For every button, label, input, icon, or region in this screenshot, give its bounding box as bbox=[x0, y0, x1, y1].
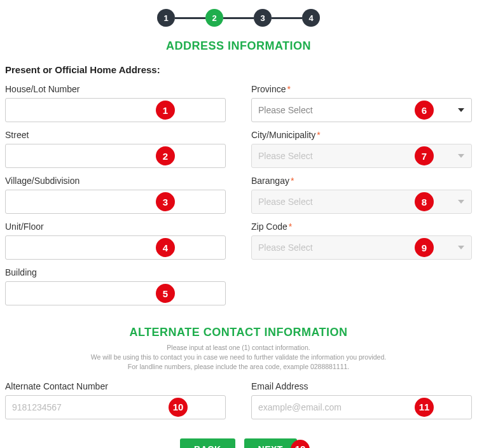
street-input[interactable] bbox=[5, 144, 226, 168]
village-label: Village/Subdivision bbox=[5, 176, 226, 186]
section-title-alternate: ALTERNATE CONTACT INFORMATION bbox=[5, 326, 472, 339]
section-title-address: ADDRESS INFORMATION bbox=[5, 39, 472, 53]
zip-select[interactable]: Please Select bbox=[251, 235, 472, 260]
step-connector bbox=[223, 17, 254, 19]
step-3: 3 bbox=[254, 9, 272, 27]
building-input[interactable] bbox=[5, 281, 226, 305]
barangay-select[interactable]: Please Select bbox=[251, 190, 472, 214]
back-button[interactable]: BACK bbox=[180, 438, 235, 448]
progress-stepper: 1 2 3 4 bbox=[5, 9, 472, 27]
step-connector bbox=[272, 17, 302, 19]
alt-phone-input[interactable] bbox=[5, 395, 226, 419]
house-input[interactable] bbox=[5, 98, 226, 122]
city-label: City/Municipality* bbox=[251, 130, 472, 140]
alt-email-input[interactable] bbox=[251, 395, 472, 419]
alt-email-label: Email Address bbox=[251, 381, 472, 391]
village-input[interactable] bbox=[5, 190, 226, 214]
alt-phone-label: Alternate Contact Number bbox=[5, 381, 226, 391]
barangay-label: Barangay* bbox=[251, 176, 472, 186]
step-1: 1 bbox=[157, 9, 175, 27]
alternate-note: Please input at least one (1) contact in… bbox=[5, 343, 472, 372]
province-select[interactable]: Please Select bbox=[251, 98, 472, 122]
step-4: 4 bbox=[302, 9, 320, 27]
city-select[interactable]: Please Select bbox=[251, 144, 472, 168]
unit-input[interactable] bbox=[5, 235, 226, 260]
zip-label: Zip Code* bbox=[251, 221, 472, 232]
step-connector bbox=[175, 17, 205, 19]
step-2: 2 bbox=[205, 9, 223, 27]
house-label: House/Lot Number bbox=[5, 84, 226, 94]
province-label: Province* bbox=[251, 84, 472, 94]
address-heading: Present or Official Home Address: bbox=[5, 64, 472, 75]
next-button[interactable]: NEXT bbox=[244, 438, 297, 448]
unit-label: Unit/Floor bbox=[5, 221, 226, 232]
building-label: Building bbox=[5, 267, 226, 277]
street-label: Street bbox=[5, 130, 226, 140]
